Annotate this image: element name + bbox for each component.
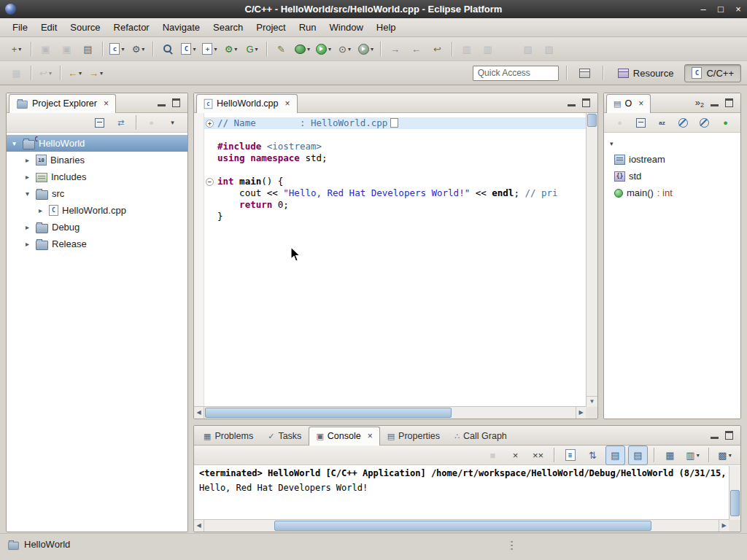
editor-vertical-scrollbar[interactable]: ▼ xyxy=(586,113,597,407)
debug-button[interactable]: ▾ xyxy=(293,39,312,59)
scroll-down-icon[interactable]: ▼ xyxy=(587,396,597,407)
hide-static-members-button[interactable] xyxy=(695,114,713,131)
close-window-icon[interactable]: × xyxy=(729,0,747,18)
menu-run[interactable]: Run xyxy=(293,20,323,35)
profile-button[interactable]: ⊙▾ xyxy=(335,39,355,59)
perspective-resource-button[interactable]: Resource xyxy=(611,64,681,82)
external-tools-button[interactable]: ▾ xyxy=(356,39,376,59)
tab-problems[interactable]: ▦Problems xyxy=(196,427,260,446)
folded-region-box[interactable] xyxy=(390,118,398,128)
menu-refactor[interactable]: Refactor xyxy=(107,20,156,35)
scrollbar-thumb[interactable] xyxy=(730,490,740,516)
tree-item-includes[interactable]: ▸ Includes xyxy=(7,168,187,185)
close-icon[interactable]: × xyxy=(285,98,290,109)
hide-fields-button[interactable] xyxy=(674,114,692,131)
search-button[interactable] xyxy=(158,39,177,59)
console-horizontal-scrollbar[interactable]: ◀ ▶ xyxy=(194,519,729,532)
tab-helloworld-cpp[interactable]: C HelloWorld.cpp × xyxy=(196,94,298,113)
more-views-button[interactable]: »2 xyxy=(695,98,704,109)
tree-item-release[interactable]: ▸ Release xyxy=(7,236,187,252)
close-icon[interactable]: × xyxy=(104,98,109,109)
maximize-view-icon[interactable] xyxy=(582,98,590,107)
menu-search[interactable]: Search xyxy=(206,20,249,35)
next-annotation-button[interactable]: → xyxy=(385,39,405,59)
expand-arrow-icon[interactable]: ▾ xyxy=(23,190,32,198)
minimize-view-icon[interactable] xyxy=(158,104,166,106)
previous-annotation-button[interactable]: ← xyxy=(406,39,426,59)
tree-item-src[interactable]: ▾ src xyxy=(7,185,187,202)
maximize-view-icon[interactable] xyxy=(725,431,733,440)
menu-source[interactable]: Source xyxy=(63,20,107,35)
code-editor-area[interactable]: + − // Name : HelloWorld.cpp #include <i… xyxy=(204,113,586,407)
editor-horizontal-scrollbar[interactable]: ◀ ▶ xyxy=(194,406,586,419)
expand-arrow-icon[interactable]: ▸ xyxy=(36,206,45,214)
outline-item-iostream[interactable]: iostream xyxy=(604,151,740,168)
menu-navigate[interactable]: Navigate xyxy=(156,20,206,35)
show-console-on-stderr-button[interactable]: ▤ xyxy=(628,446,648,465)
menu-edit[interactable]: Edit xyxy=(34,20,63,35)
view-menu-button[interactable]: ▾ xyxy=(163,114,182,131)
build-all-button[interactable]: ⚙▾ xyxy=(128,39,148,59)
pin-console-button[interactable]: ▦ xyxy=(660,446,680,465)
hide-non-public-members-button[interactable]: ● xyxy=(716,114,735,131)
open-perspective-button[interactable] xyxy=(575,63,595,83)
display-selected-console-button[interactable]: ▥▾ xyxy=(683,446,703,465)
scroll-right-icon[interactable]: ▶ xyxy=(719,520,729,532)
new-wizard-button[interactable]: +▾ xyxy=(7,39,26,59)
back-history-button[interactable]: ←▾ xyxy=(65,63,85,83)
run-button[interactable]: ▾ xyxy=(314,39,333,59)
quick-access-input[interactable] xyxy=(473,66,559,81)
remove-launch-button[interactable]: × xyxy=(506,446,525,465)
close-icon[interactable]: × xyxy=(368,431,373,441)
forward-history-button[interactable]: →▾ xyxy=(86,63,106,83)
tree-item-debug[interactable]: ▸ Debug xyxy=(7,219,187,236)
open-console-button[interactable]: ▩▾ xyxy=(715,446,735,465)
outline-view-menu-icon[interactable]: ▾ xyxy=(610,140,614,147)
tab-tasks[interactable]: ✓Tasks xyxy=(260,427,309,446)
minimize-view-icon[interactable] xyxy=(568,104,576,106)
maximize-window-icon[interactable]: □ xyxy=(712,0,729,18)
expand-arrow-icon[interactable]: ▾ xyxy=(9,139,19,147)
print-button[interactable]: ▤ xyxy=(78,39,98,59)
console-output[interactable]: Hello, Red Hat Developers World! xyxy=(195,481,729,520)
expand-arrow-icon[interactable]: ▸ xyxy=(23,223,32,231)
last-edit-location-button[interactable]: ↩ xyxy=(427,39,447,59)
maximize-view-icon[interactable] xyxy=(172,98,180,107)
new-cpp-source-button[interactable]: c▾ xyxy=(107,39,127,59)
scrollbar-thumb[interactable] xyxy=(587,114,597,127)
tab-properties[interactable]: ▤Properties xyxy=(380,427,447,446)
minimize-window-icon[interactable]: – xyxy=(694,0,712,18)
scrollbar-thumb[interactable] xyxy=(205,408,452,418)
make-targets-button[interactable]: ⚙▾ xyxy=(221,39,241,59)
show-console-on-stdout-button[interactable]: ▤ xyxy=(605,446,625,465)
maximize-view-icon[interactable] xyxy=(725,98,733,107)
tab-project-explorer[interactable]: Project Explorer × xyxy=(9,94,116,113)
scroll-left-icon[interactable]: ◀ xyxy=(194,407,204,419)
clear-console-button[interactable]: ≡ xyxy=(560,446,580,465)
link-with-editor-button[interactable]: ⇄ xyxy=(112,114,130,131)
sort-alphabetically-button[interactable]: az xyxy=(653,114,671,131)
generate-code-button[interactable]: G▾ xyxy=(242,39,262,59)
close-icon[interactable]: × xyxy=(638,98,643,109)
fold-expand-icon[interactable]: + xyxy=(206,120,214,128)
menu-help[interactable]: Help xyxy=(370,20,403,35)
fold-collapse-icon[interactable]: − xyxy=(206,178,214,186)
outline-item-main[interactable]: main() : int xyxy=(604,184,740,201)
outline-item-std[interactable]: {} std xyxy=(604,168,740,184)
perspective-cpp-button[interactable]: C C/C++ xyxy=(684,64,741,82)
scrollbar-thumb[interactable] xyxy=(274,521,651,531)
mark-occurrences-button[interactable]: ✎ xyxy=(271,39,291,59)
tree-item-binaries[interactable]: ▸ 10 Binaries xyxy=(7,152,187,168)
console-vertical-scrollbar[interactable] xyxy=(729,466,740,520)
expand-arrow-icon[interactable]: ▸ xyxy=(23,240,32,248)
expand-arrow-icon[interactable]: ▸ xyxy=(23,156,32,164)
new-class-button[interactable]: C▾ xyxy=(179,39,198,59)
tab-outline[interactable]: ▤ O × xyxy=(606,94,651,113)
remove-all-terminated-button[interactable]: ×× xyxy=(528,446,548,465)
collapse-all-button[interactable] xyxy=(632,114,650,131)
expand-arrow-icon[interactable]: ▸ xyxy=(23,173,32,181)
tree-item-helloworld-cpp[interactable]: ▸ C HelloWorld.cpp xyxy=(7,202,187,219)
new-source-file-button[interactable]: +▾ xyxy=(200,39,220,59)
menu-project[interactable]: Project xyxy=(249,20,292,35)
scroll-lock-button[interactable]: ⇅ xyxy=(583,446,603,465)
